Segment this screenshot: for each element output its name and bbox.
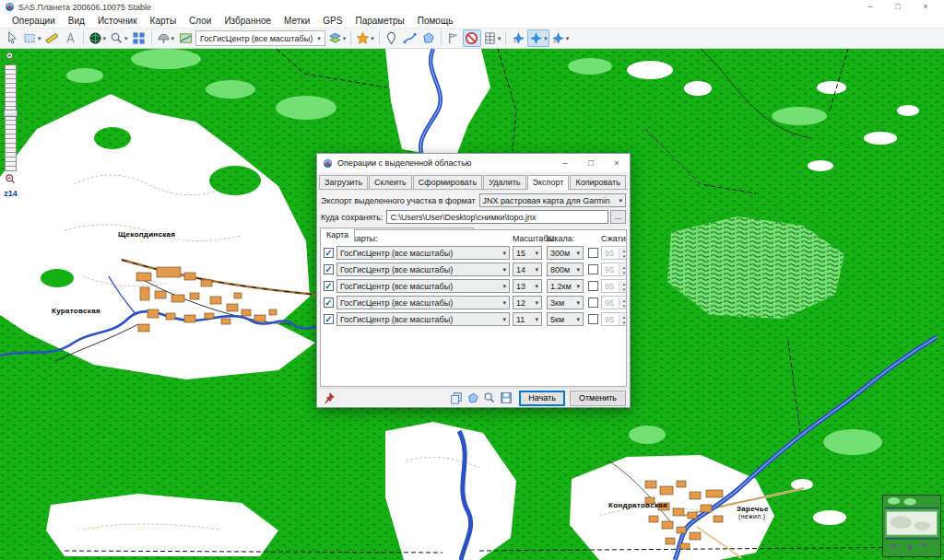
tab-copy[interactable]: Копировать xyxy=(570,175,625,190)
cursor-tool-button[interactable] xyxy=(3,29,21,47)
layer-scale-select[interactable]: 800м▾ xyxy=(547,262,584,276)
restore-icon[interactable]: □ xyxy=(884,0,912,14)
compression-spinner[interactable]: 95▴▾ xyxy=(601,312,627,326)
dropdown-arrow-icon[interactable]: ▾ xyxy=(171,35,175,42)
fullscreen-button[interactable] xyxy=(130,29,148,47)
dropdown-arrow-icon[interactable]: ▾ xyxy=(566,35,570,42)
close-icon[interactable]: × xyxy=(912,0,939,14)
menu-item-help[interactable]: Помощь xyxy=(411,14,460,29)
map-source-button[interactable] xyxy=(176,29,195,47)
layer-zoom-select[interactable]: 15▾ xyxy=(513,246,542,260)
layer-zoom-select[interactable]: 12▾ xyxy=(513,296,542,309)
layers-button[interactable]: ▾ xyxy=(326,29,348,47)
tab-export[interactable]: Экспорт xyxy=(527,175,570,190)
compression-checkbox[interactable] xyxy=(588,264,598,274)
layer-map-type-select[interactable]: ГосГисЦентр (все масштабы)▾ xyxy=(336,312,510,326)
menu-item-layers[interactable]: Слои xyxy=(183,14,218,29)
layer-map-type-select[interactable]: ГосГисЦентр (все масштабы)▾ xyxy=(336,279,510,293)
layer-map-type-select[interactable]: ГосГисЦентр (все масштабы)▾ xyxy=(336,296,510,309)
tab-download[interactable]: Загрузить xyxy=(319,175,368,190)
gps-track-button[interactable]: ▾ xyxy=(527,29,549,47)
layer-enabled-checkbox[interactable]: ✓ xyxy=(324,314,334,324)
layer-map-type-select[interactable]: ГосГисЦентр (все масштабы)▾ xyxy=(336,262,510,276)
dropdown-arrow-icon[interactable]: ▾ xyxy=(544,35,548,42)
layer-scale-select[interactable]: 300м▾ xyxy=(547,246,584,260)
layer-zoom-select[interactable]: 11▾ xyxy=(513,312,542,326)
layer-enabled-checkbox[interactable]: ✓ xyxy=(324,248,334,258)
globe-button[interactable]: ▾ xyxy=(87,29,109,47)
map-type-selector[interactable]: ГосГисЦентр (все масштабы)▾ xyxy=(195,30,325,46)
compression-checkbox[interactable] xyxy=(588,248,598,258)
flag-button[interactable] xyxy=(444,29,463,47)
spin-down-icon[interactable]: ▾ xyxy=(620,320,627,325)
add-placemark-button[interactable] xyxy=(383,29,401,47)
dropdown-arrow-icon[interactable]: ▾ xyxy=(124,35,128,42)
spin-down-icon[interactable]: ▾ xyxy=(620,270,627,275)
zoom-slider[interactable] xyxy=(5,64,17,171)
tab-map[interactable]: Карта xyxy=(320,228,355,242)
layer-scale-select[interactable]: 5км▾ xyxy=(547,312,584,326)
dialog-minimize-icon[interactable]: – xyxy=(552,154,578,172)
dropdown-arrow-icon[interactable]: ▾ xyxy=(371,35,374,42)
divider-tool-button[interactable] xyxy=(62,29,80,47)
dialog-titlebar[interactable]: Операции с выделенной областью – □ × xyxy=(317,154,630,172)
minimize-icon[interactable]: – xyxy=(856,0,884,14)
selection-polygon-icon[interactable] xyxy=(466,391,479,404)
compression-checkbox[interactable] xyxy=(588,298,598,308)
spin-down-icon[interactable]: ▾ xyxy=(620,253,627,259)
save-path-input[interactable]: C:\Users\User\Desktop\снимки\topo.jnx xyxy=(386,210,608,224)
menu-item-gps[interactable]: GPS xyxy=(316,14,348,29)
compression-checkbox[interactable] xyxy=(588,314,598,324)
compression-checkbox[interactable] xyxy=(588,281,598,291)
layer-zoom-select[interactable]: 13▾ xyxy=(513,279,542,293)
dialog-maximize-icon[interactable]: □ xyxy=(578,154,604,172)
layer-scale-select[interactable]: 3км▾ xyxy=(547,296,584,309)
tab-generate[interactable]: Сформировать xyxy=(413,175,482,190)
spin-down-icon[interactable]: ▾ xyxy=(620,286,627,292)
dropdown-arrow-icon[interactable]: ▾ xyxy=(343,35,347,42)
cancel-button[interactable]: Отменить xyxy=(570,391,626,406)
compression-spinner[interactable]: 95▴▾ xyxy=(601,279,627,293)
menu-item-placemarks[interactable]: Метки xyxy=(277,14,316,29)
zoom-in-icon[interactable] xyxy=(5,51,17,63)
download-manager-button[interactable]: ▾ xyxy=(155,29,177,47)
grid-button[interactable]: ▾ xyxy=(481,29,503,47)
browse-button[interactable]: ... xyxy=(610,210,626,224)
zoom-out-icon[interactable] xyxy=(5,173,17,185)
layer-map-type-select[interactable]: ГосГисЦентр (все масштабы)▾ xyxy=(336,246,510,260)
menu-item-operations[interactable]: Операции xyxy=(6,14,62,29)
menu-item-settings[interactable]: Параметры xyxy=(348,14,410,29)
dropdown-arrow-icon[interactable]: ▾ xyxy=(38,35,41,42)
overview-minimap[interactable] xyxy=(882,495,941,557)
layer-enabled-checkbox[interactable]: ✓ xyxy=(324,281,334,291)
menu-item-maps[interactable]: Карты xyxy=(144,14,183,29)
tab-delete[interactable]: Удалить xyxy=(483,175,525,190)
zoom-slider-handle[interactable] xyxy=(4,110,18,117)
pin-icon[interactable] xyxy=(323,391,336,404)
start-button[interactable]: Начать xyxy=(519,391,565,406)
gps-options-button[interactable]: ▾ xyxy=(549,29,572,47)
copy-settings-icon[interactable] xyxy=(450,391,463,404)
search-button[interactable]: ▾ xyxy=(108,29,130,47)
zoom-preview-icon[interactable] xyxy=(483,391,496,404)
favorites-button[interactable]: ▾ xyxy=(354,29,376,47)
layer-enabled-checkbox[interactable]: ✓ xyxy=(324,298,334,308)
dialog-close-icon[interactable]: × xyxy=(604,154,630,172)
selection-tool-button[interactable]: ▾ xyxy=(21,29,43,47)
dropdown-arrow-icon[interactable]: ▾ xyxy=(103,35,107,42)
ruler-tool-button[interactable] xyxy=(43,29,62,47)
compression-spinner[interactable]: 95▴▾ xyxy=(601,296,627,309)
save-settings-icon[interactable] xyxy=(500,391,513,404)
gps-connect-button[interactable] xyxy=(509,29,527,47)
export-format-select[interactable]: JNX растровая карта для Garmin ▾ xyxy=(479,193,626,207)
layer-scale-select[interactable]: 1.2км▾ xyxy=(547,279,584,293)
add-polygon-button[interactable] xyxy=(419,29,438,47)
menu-item-favorites[interactable]: Избранное xyxy=(218,14,277,29)
spin-down-icon[interactable]: ▾ xyxy=(620,303,627,309)
add-path-button[interactable] xyxy=(401,29,419,47)
menu-item-source[interactable]: Источник xyxy=(91,14,144,29)
dropdown-arrow-icon[interactable]: ▾ xyxy=(498,35,502,42)
layer-zoom-select[interactable]: 14▾ xyxy=(513,262,542,276)
compression-spinner[interactable]: 95▴▾ xyxy=(601,262,627,276)
layer-enabled-checkbox[interactable]: ✓ xyxy=(324,264,334,274)
